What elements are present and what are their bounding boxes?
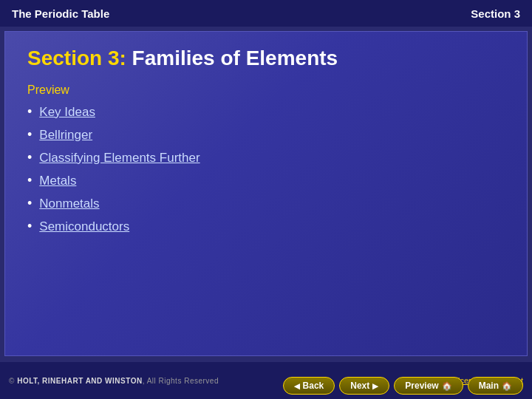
section-title-text: Families of Elements xyxy=(132,47,338,69)
main-content: Section 3: Families of Elements Preview … xyxy=(4,31,528,356)
list-item-nonmetals: • Nonmetals xyxy=(27,196,505,211)
preview-button[interactable]: Preview 🏠 xyxy=(394,377,463,395)
home-icon: 🏠 xyxy=(442,381,452,391)
header-title-right: Section 3 xyxy=(471,7,520,20)
bullet-5: • xyxy=(27,196,32,211)
nav-buttons: ◀ Back Next ▶ Preview 🏠 Main 🏠 xyxy=(283,377,523,395)
back-label: Back xyxy=(303,381,324,391)
main-button[interactable]: Main 🏠 xyxy=(468,377,523,395)
bullet-3: • xyxy=(27,150,32,166)
back-arrow-icon: ◀ xyxy=(294,382,300,390)
link-classifying[interactable]: Classifying Elements Further xyxy=(39,151,200,166)
copyright: © HOLT, RINEHART AND WINSTON, All Rights… xyxy=(9,377,219,385)
link-bellringer[interactable]: Bellringer xyxy=(39,128,92,143)
header-title-left: The Periodic Table xyxy=(12,7,109,20)
main-home-icon: 🏠 xyxy=(502,381,512,391)
back-button[interactable]: ◀ Back xyxy=(283,377,335,395)
next-label: Next xyxy=(350,381,369,391)
section-label: Section 3: xyxy=(27,47,126,69)
link-nonmetals[interactable]: Nonmetals xyxy=(39,197,99,211)
bullet-1: • xyxy=(27,104,32,120)
bullet-4: • xyxy=(27,173,32,188)
list-item-key-ideas: • Key Ideas xyxy=(27,104,505,120)
link-semiconductors[interactable]: Semiconductors xyxy=(39,219,129,234)
list-item-classifying: • Classifying Elements Further xyxy=(27,150,505,166)
link-metals[interactable]: Metals xyxy=(39,174,76,188)
next-arrow-icon: ▶ xyxy=(372,382,378,390)
list-item-semiconductors: • Semiconductors xyxy=(27,219,505,234)
next-button[interactable]: Next ▶ xyxy=(339,377,389,395)
section-title: Section 3: Families of Elements xyxy=(27,47,505,70)
preview-label: Preview xyxy=(27,83,505,97)
list-item-bellringer: • Bellringer xyxy=(27,127,505,143)
preview-label: Preview xyxy=(405,381,438,391)
bullet-2: • xyxy=(27,127,32,143)
list-item-metals: • Metals xyxy=(27,173,505,188)
link-key-ideas[interactable]: Key Ideas xyxy=(39,105,95,120)
bullet-6: • xyxy=(27,219,32,234)
nav-list: • Key Ideas • Bellringer • Classifying E… xyxy=(27,104,505,234)
header-bar: The Periodic Table Section 3 xyxy=(0,0,532,27)
main-label: Main xyxy=(479,381,499,391)
